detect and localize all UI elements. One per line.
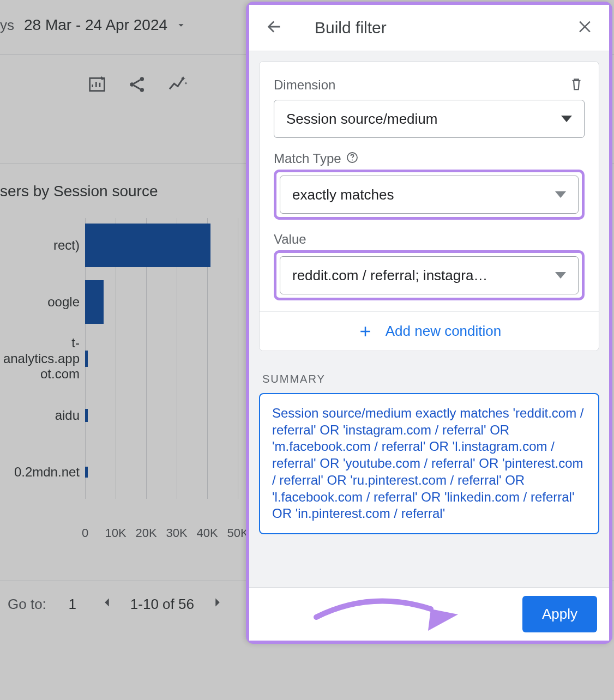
value-highlight: reddit.com / referral; instagra… xyxy=(274,250,585,300)
goto-label: Go to: xyxy=(8,596,46,613)
chart-tick-label: 50K xyxy=(227,526,248,540)
match-type-select[interactable]: exactly matches xyxy=(280,176,579,214)
date-range-text: 28 Mar - 24 Apr 2024 xyxy=(24,16,167,34)
value-label: Value xyxy=(274,232,585,247)
chart-bar xyxy=(85,409,88,422)
pager-next[interactable] xyxy=(209,594,226,614)
chevron-down-icon xyxy=(555,191,566,198)
chart-tick-label: 0 xyxy=(82,526,88,540)
chart-tick-label: 30K xyxy=(166,526,187,540)
match-type-value: exactly matches xyxy=(292,186,394,203)
help-icon[interactable] xyxy=(346,151,359,166)
chart-bar-row: 0.2mdn.net xyxy=(85,445,238,499)
chevron-down-icon xyxy=(555,272,566,279)
build-filter-panel: Build filter Dimension Session source/me… xyxy=(246,2,612,644)
summary-box: Session source/medium exactly matches 'r… xyxy=(259,393,599,534)
chart-bar xyxy=(85,224,210,267)
back-button[interactable] xyxy=(264,17,283,38)
chart-title: sers by Session source xyxy=(0,183,158,200)
page-number[interactable]: 1 xyxy=(62,596,83,613)
chevron-down-icon xyxy=(175,19,187,31)
match-type-highlight: exactly matches xyxy=(274,170,585,220)
chart-bar xyxy=(85,351,88,367)
chart-bar-label: aidu xyxy=(0,408,80,424)
value-select[interactable]: reddit.com / referral; instagra… xyxy=(280,256,579,294)
bar-chart: rect)ooglet-analytics.appot.comaidu0.2md… xyxy=(0,215,240,521)
svg-point-4 xyxy=(352,160,353,161)
customize-report-icon[interactable] xyxy=(86,74,108,98)
chart-tick-label: 10K xyxy=(105,526,126,540)
add-condition-button[interactable]: Add new condition xyxy=(260,311,599,351)
date-range-picker[interactable]: ys 28 Mar - 24 Apr 2024 xyxy=(0,16,187,34)
chart-bar-label: t-analytics.appot.com xyxy=(0,335,80,382)
pager-range: 1-10 of 56 xyxy=(130,596,194,613)
chart-bar-row: rect) xyxy=(85,219,238,272)
summary-label: SUMMARY xyxy=(262,373,599,385)
date-preset-suffix: ys xyxy=(0,17,14,34)
plus-icon xyxy=(357,323,374,340)
chart-tick-label: 20K xyxy=(135,526,156,540)
value-display: reddit.com / referral; instagra… xyxy=(292,267,487,284)
svg-point-0 xyxy=(130,82,134,86)
pager-prev[interactable] xyxy=(99,594,115,614)
delete-condition-button[interactable] xyxy=(568,76,585,94)
share-icon[interactable] xyxy=(127,74,148,98)
svg-point-1 xyxy=(140,77,144,81)
apply-button[interactable]: Apply xyxy=(522,596,597,632)
dimension-label: Dimension xyxy=(274,77,335,93)
chart-tick-label: 40K xyxy=(196,526,218,540)
table-pager: Go to: 1 1-10 of 56 xyxy=(8,594,226,614)
add-condition-label: Add new condition xyxy=(386,323,501,340)
condition-card: Dimension Session source/medium Match Ty… xyxy=(259,61,599,351)
chart-bar-row: oogle xyxy=(85,275,238,329)
insights-icon[interactable] xyxy=(167,74,189,98)
chevron-down-icon xyxy=(561,116,572,122)
svg-point-2 xyxy=(140,88,144,92)
chart-bar-row: t-analytics.appot.com xyxy=(85,332,238,385)
chart-bar-label: oogle xyxy=(0,294,80,310)
panel-title: Build filter xyxy=(298,19,561,37)
dimension-select[interactable]: Session source/medium xyxy=(274,100,585,138)
close-button[interactable] xyxy=(576,18,594,38)
match-type-label: Match Type xyxy=(274,151,341,166)
chart-bar-label: 0.2mdn.net xyxy=(0,464,80,480)
chart-bar xyxy=(85,280,104,324)
dimension-value: Session source/medium xyxy=(286,111,437,128)
chart-bar xyxy=(85,467,88,478)
chart-bar-label: rect) xyxy=(0,238,80,254)
chart-bar-row: aidu xyxy=(85,389,238,442)
